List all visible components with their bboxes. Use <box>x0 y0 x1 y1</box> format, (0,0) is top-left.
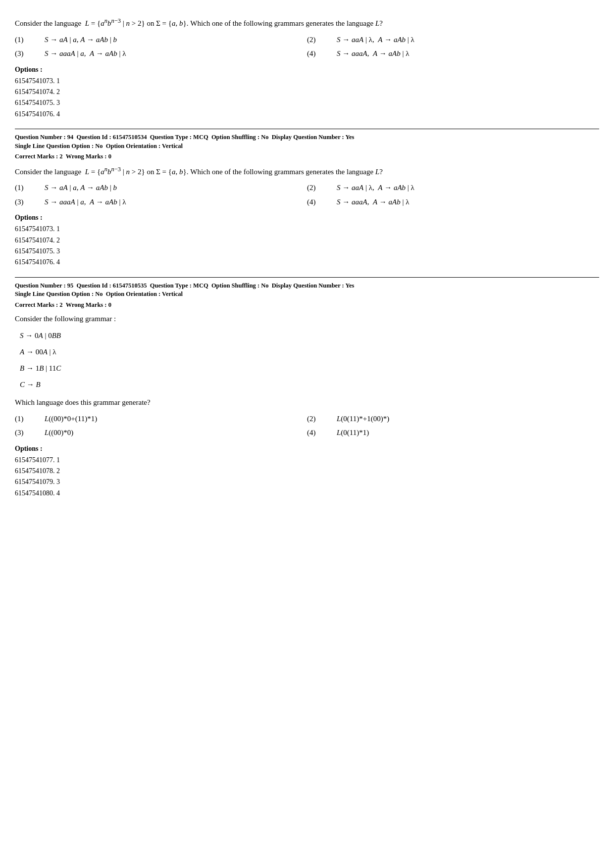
option-list-item: 61547541074. 2 <box>15 87 599 97</box>
option-list-item: 61547541075. 3 <box>15 97 599 108</box>
option-item: (4) L(0(11)*1) <box>307 427 599 438</box>
option-number: (3) <box>15 427 30 438</box>
option-list-item: 61547541076. 4 <box>15 257 599 268</box>
question-95-block: Question Number : 95 Question Id : 61547… <box>15 277 599 499</box>
option-text: S → aA | a, A → aAb | b <box>45 182 117 193</box>
option-number: (2) <box>307 34 322 46</box>
option-number: (4) <box>307 196 322 208</box>
option-text: S → aA | a, A → aAb | b <box>45 34 117 46</box>
option-item: (4) S → aaaA, A → aAb | λ <box>307 48 599 59</box>
option-item: (3) S → aaaA | a, A → aAb | λ <box>15 48 307 59</box>
option-text: L((00)*0+(11)*1) <box>45 413 97 425</box>
option-item: (1) S → aA | a, A → aAb | b <box>15 182 307 193</box>
option-list-item: 61547541077. 1 <box>15 455 599 466</box>
option-list-item: 61547541078. 2 <box>15 466 599 477</box>
option-text: L((00)*0) <box>45 427 73 438</box>
option-list-item: 61547541079. 3 <box>15 477 599 487</box>
option-list-item: 61547541073. 1 <box>15 224 599 235</box>
option-number: (4) <box>307 48 322 59</box>
option-list-item: 61547541074. 2 <box>15 235 599 246</box>
option-item: (2) S → aaA | λ, A → aAb | λ <box>307 182 599 193</box>
option-text: L(0(11)*+1(00)*) <box>337 413 389 425</box>
option-number: (2) <box>307 182 322 193</box>
option-number: (1) <box>15 413 30 425</box>
option-text: S → aaaA, A → aAb | λ <box>337 196 409 208</box>
intro-question-block: Consider the language L = {anbn−3 | n > … <box>15 10 599 120</box>
intro-question-body: Consider the language L = {anbn−3 | n > … <box>15 16 599 30</box>
option-item: (3) L((00)*0) <box>15 427 307 438</box>
question-95-meta: Question Number : 95 Question Id : 61547… <box>15 282 599 299</box>
q95-options-grid: (1) L((00)*0+(11)*1) (2) L(0(11)*+1(00)*… <box>15 413 599 438</box>
option-item: (1) L((00)*0+(11)*1) <box>15 413 307 425</box>
options-list: 61547541073. 1 61547541074. 2 6154754107… <box>15 76 599 120</box>
option-text: S → aaaA, A → aAb | λ <box>337 48 409 59</box>
grammar-line-2: A → 00A | λ <box>20 345 599 359</box>
question-94-marks: Correct Marks : 2 Wrong Marks : 0 <box>15 152 599 161</box>
option-text: S → aaaA | a, A → aAb | λ <box>45 196 126 208</box>
grammar-line-3: B → 1B | 11C <box>20 362 599 375</box>
option-item: (3) S → aaaA | a, A → aAb | λ <box>15 196 307 208</box>
option-list-item: 61547541073. 1 <box>15 76 599 87</box>
question-94-body: Consider the language L = {anbn−3 | n > … <box>15 164 599 179</box>
intro-options-grid: (1) S → aA | a, A → aAb | b (2) S → aaA … <box>15 34 599 59</box>
option-text: S → aaA | λ, A → aAb | λ <box>337 34 414 46</box>
option-text: S → aaaA | a, A → aAb | λ <box>45 48 126 59</box>
question-94-block: Question Number : 94 Question Id : 61547… <box>15 129 599 268</box>
option-number: (3) <box>15 196 30 208</box>
option-item: (2) S → aaA | λ, A → aAb | λ <box>307 34 599 46</box>
option-number: (1) <box>15 182 30 193</box>
question-95-body: Consider the following grammar : <box>15 313 599 326</box>
options-label: Options : <box>15 64 599 75</box>
option-number: (1) <box>15 34 30 46</box>
q94-options-label: Options : <box>15 212 599 223</box>
question-95-marks: Correct Marks : 2 Wrong Marks : 0 <box>15 300 599 310</box>
grammar-line-4: C → B <box>20 378 599 391</box>
option-list-item: 61547541076. 4 <box>15 109 599 120</box>
option-list-item: 61547541075. 3 <box>15 246 599 257</box>
option-number: (2) <box>307 413 322 425</box>
option-text: L(0(11)*1) <box>337 427 369 438</box>
option-item: (2) L(0(11)*+1(00)*) <box>307 413 599 425</box>
option-number: (3) <box>15 48 30 59</box>
option-number: (4) <box>307 427 322 438</box>
question-94-meta: Question Number : 94 Question Id : 61547… <box>15 133 599 150</box>
option-list-item: 61547541080. 4 <box>15 488 599 499</box>
option-item: (4) S → aaaA, A → aAb | λ <box>307 196 599 208</box>
question-95-sub-body: Which language does this grammar generat… <box>15 396 599 409</box>
q94-options-grid: (1) S → aA | a, A → aAb | b (2) S → aaA … <box>15 182 599 207</box>
option-item: (1) S → aA | a, A → aAb | b <box>15 34 307 46</box>
grammar-line-1: S → 0A | 0BB <box>20 329 599 342</box>
option-text: S → aaA | λ, A → aAb | λ <box>337 182 414 193</box>
q95-options-label: Options : <box>15 443 599 454</box>
q95-options-list: 61547541077. 1 61547541078. 2 6154754107… <box>15 455 599 499</box>
q94-options-list: 61547541073. 1 61547541074. 2 6154754107… <box>15 224 599 268</box>
